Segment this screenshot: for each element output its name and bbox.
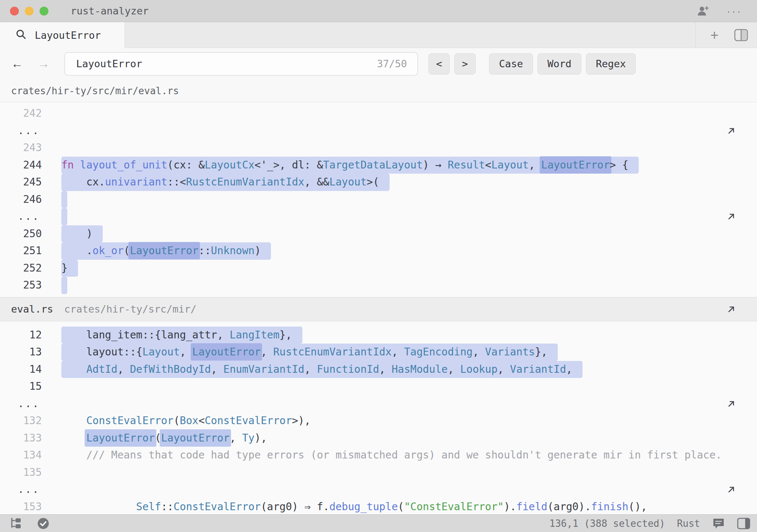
code-token: (), xyxy=(628,501,647,513)
code-token: RustcEnumVariantIdx xyxy=(273,346,391,358)
code-line[interactable]: 153 Self::ConstEvalError(arg0) ⇒ f.debug… xyxy=(0,498,757,515)
expand-excerpt-icon[interactable] xyxy=(726,485,736,495)
code-line[interactable]: 246 xyxy=(0,191,757,208)
selection-highlight: AdtId, DefWithBodyId, EnumVariantId, Fun… xyxy=(61,361,583,378)
code-line[interactable]: 253 xyxy=(0,277,757,294)
code-token: >( xyxy=(367,176,379,188)
code-line[interactable]: 245 cx.univariant::<RustcEnumVariantIdx,… xyxy=(0,174,757,191)
code-line[interactable]: 252} xyxy=(0,260,757,277)
selection-highlight: lang_item::{lang_attr, LangItem}, xyxy=(61,327,302,344)
code-line[interactable]: 13 layout::{Layout, LayoutError, RustcEn… xyxy=(0,344,757,361)
prev-match-button[interactable]: < xyxy=(428,53,450,75)
elided-lines-row[interactable]: ... xyxy=(0,122,757,140)
right-dock-toggle-icon[interactable] xyxy=(737,518,750,529)
code-token: layout::{ xyxy=(61,346,142,358)
code-line[interactable]: 134 /// Means that code had type errors … xyxy=(0,447,757,464)
selection-highlight: .ok_or(LayoutError::Unknown) xyxy=(61,242,271,260)
regex-toggle[interactable]: Regex xyxy=(586,53,636,75)
search-match: LayoutError xyxy=(191,343,262,361)
code-token: ( xyxy=(173,415,180,427)
code-text xyxy=(61,208,67,225)
ellipsis-label: ... xyxy=(0,122,42,140)
code-token: (cx: & xyxy=(167,159,205,171)
line-number: 15 xyxy=(0,378,42,395)
close-window-button[interactable] xyxy=(10,7,19,16)
code-line[interactable]: 250 ) xyxy=(0,225,757,243)
expand-excerpt-icon[interactable] xyxy=(726,212,736,222)
zoom-window-button[interactable] xyxy=(40,7,48,16)
search-match: LayoutError xyxy=(540,156,611,174)
code-token: ), xyxy=(255,432,267,444)
code-token: Layout xyxy=(491,159,529,171)
code-token: , && xyxy=(304,176,329,188)
split-pane-icon[interactable] xyxy=(734,29,748,41)
code-token: , xyxy=(304,363,317,375)
code-token: /// Means that code had type errors (or … xyxy=(86,449,722,461)
excerpt-section: 242... 243244fn layout_of_unit(cx: &Layo… xyxy=(0,105,757,294)
code-line[interactable]: 15 xyxy=(0,378,757,395)
code-token: > { xyxy=(610,159,629,171)
code-line[interactable]: 12 lang_item::{lang_attr, LangItem}, xyxy=(0,327,757,344)
search-input[interactable] xyxy=(75,58,377,70)
nav-forward-icon[interactable]: → xyxy=(38,57,50,71)
cursor-position[interactable]: 136,1 (388 selected) xyxy=(549,518,665,529)
editor[interactable]: 242... 243244fn layout_of_unit(cx: &Layo… xyxy=(0,102,757,514)
code-text: .ok_or(LayoutError::Unknown) xyxy=(61,242,271,260)
code-text: } xyxy=(61,260,78,277)
expand-excerpt-icon[interactable] xyxy=(726,399,736,409)
code-token: Result xyxy=(448,159,485,171)
code-token: DefWithBodyId xyxy=(130,363,211,375)
expand-excerpt-icon[interactable] xyxy=(726,304,736,314)
code-token: EnumVariantId xyxy=(223,363,304,375)
language-selector[interactable]: Rust xyxy=(677,518,700,529)
window-controls xyxy=(10,7,48,16)
nav-back-icon[interactable]: ← xyxy=(11,57,23,71)
feedback-icon[interactable] xyxy=(712,517,725,530)
search-toolbar: ← → 37/50 < > Case Word Regex xyxy=(0,48,757,79)
diagnostics-check-icon[interactable] xyxy=(37,517,50,530)
search-input-box: 37/50 xyxy=(64,52,418,76)
code-line[interactable]: 132 ConstEvalError(Box<ConstEvalError>), xyxy=(0,412,757,430)
project-panel-icon[interactable] xyxy=(10,518,23,529)
code-token: < xyxy=(485,159,491,171)
code-line[interactable]: 135 xyxy=(0,464,757,481)
ellipsis-label: ... xyxy=(0,395,42,413)
code-token: layout_of_unit xyxy=(80,159,167,171)
code-text: /// Means that code had type errors (or … xyxy=(61,447,722,464)
code-line[interactable]: 251 .ok_or(LayoutError::Unknown) xyxy=(0,242,757,260)
code-token: <'_>, dl: & xyxy=(255,159,323,171)
code-token: >), xyxy=(292,415,311,427)
code-line[interactable]: 14 AdtId, DefWithBodyId, EnumVariantId, … xyxy=(0,361,757,378)
breadcrumb[interactable]: crates/hir-ty/src/mir/eval.rs xyxy=(0,79,757,102)
code-token: } xyxy=(61,262,68,274)
ellipsis-label: ... xyxy=(0,481,42,498)
add-collaborator-icon[interactable] xyxy=(696,5,710,17)
line-number: 153 xyxy=(0,498,42,515)
next-match-button[interactable]: > xyxy=(454,53,476,75)
code-token xyxy=(61,432,86,444)
expand-excerpt-icon[interactable] xyxy=(726,126,736,136)
line-number: 251 xyxy=(0,242,42,260)
code-token: TagEncoding xyxy=(404,346,472,358)
whole-word-toggle[interactable]: Word xyxy=(537,53,581,75)
tab-search-results[interactable]: LayoutError xyxy=(0,22,125,48)
code-token: ok_or xyxy=(92,245,123,257)
elided-lines-row[interactable]: ... xyxy=(0,395,757,413)
code-token: lang_item::{lang_attr, xyxy=(61,329,230,341)
code-line[interactable]: 244fn layout_of_unit(cx: &LayoutCx<'_>, … xyxy=(0,157,757,174)
line-number: 250 xyxy=(0,225,42,243)
code-token xyxy=(61,501,136,513)
code-token: , xyxy=(118,363,130,375)
excerpt-header[interactable]: eval.rs crates/hir-ty/src/mir/ xyxy=(0,297,757,321)
code-line[interactable]: 133 LayoutError(LayoutError, Ty), xyxy=(0,430,757,447)
code-token: TargetDataLayout xyxy=(323,159,423,171)
minimize-window-button[interactable] xyxy=(25,7,34,16)
code-token: ConstEvalError xyxy=(173,501,261,513)
elided-lines-row[interactable]: ... xyxy=(0,208,757,225)
elided-lines-row[interactable]: ... xyxy=(0,481,757,498)
code-token: LayoutCx xyxy=(205,159,255,171)
code-line[interactable]: 243 xyxy=(0,139,757,157)
search-match: LayoutError xyxy=(85,429,156,447)
case-sensitive-toggle[interactable]: Case xyxy=(489,53,533,75)
code-line[interactable]: 242 xyxy=(0,105,757,122)
